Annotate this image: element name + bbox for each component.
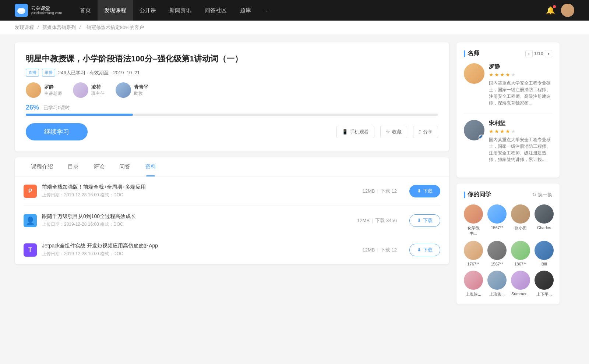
resource-item-2: T Jetpack全组件实战 开发短视频应用高仿皮皮虾App 上传日期：2019… — [24, 235, 440, 264]
avatar[interactable] — [561, 4, 574, 17]
classmate-11: 上下平... — [535, 271, 554, 297]
course-meta: 246人已学习 · 有效期至：2019–10–21 — [58, 69, 140, 76]
download-label-2: 下载 — [423, 247, 433, 253]
tab-resources[interactable]: 资料 — [138, 157, 163, 176]
navigation: 云朵课堂 yunduoketang.com 首页 发现课程 公开课 新闻资讯 问… — [0, 0, 589, 21]
nav-item-home[interactable]: 首页 — [73, 0, 98, 21]
nav-item-questions[interactable]: 题库 — [233, 0, 258, 21]
download-icon-2: ⬇ — [417, 247, 421, 253]
teachers-pagination: ‹ 1/10 › — [525, 50, 552, 57]
instructor-role-2: 助教 — [134, 90, 148, 97]
classmate-8: 上班族... — [464, 271, 483, 297]
teacher-desc-1: 国内某重点大学安全工程专业硕士，国家一级注册消防工程师、注册安全工程师、级注册建… — [489, 136, 552, 163]
classmate-10: Summer... — [511, 271, 530, 297]
refresh-button[interactable]: ↻ 换一换 — [532, 192, 552, 198]
classmate-9: 上班族... — [487, 271, 507, 297]
progress-bar — [26, 114, 438, 116]
classmate-avatar-4 — [464, 241, 483, 260]
resource-info-0: 前端全栈加强版！前端全栈+全周期+多端应用 上传日期：2019-12-28 16… — [42, 184, 357, 198]
classmate-name-11: 上下平... — [536, 292, 552, 297]
share-icon: ⤴ — [419, 129, 421, 135]
classmate-name-5: 1567** — [491, 262, 503, 266]
classmate-avatar-11 — [535, 271, 554, 290]
tab-catalog[interactable]: 目录 — [60, 157, 86, 176]
course-header-card: 明星中教授课，小学阶段语法100分–强化级第1讲动词（一） 直播 录播 246人… — [15, 42, 449, 151]
classmate-5: 1567** — [487, 241, 507, 266]
tabs-header: 课程介绍 目录 评论 问答 资料 — [15, 157, 449, 176]
tab-review[interactable]: 评论 — [86, 157, 112, 176]
mobile-label: 手机观看 — [350, 129, 369, 135]
resource-size-2: 12MB — [363, 247, 375, 253]
download-button-1[interactable]: ⬇ 下载 — [409, 214, 440, 227]
resource-downloads-2: 下载 12 — [381, 247, 397, 253]
instructor-avatar-2 — [116, 82, 131, 98]
teacher-item-0: 罗静 ★ ★ ★ ★ ★ 国内某重点大学安全工程专业硕士，国家一级注册消防工程师… — [464, 63, 552, 106]
teacher-avatar-0 — [464, 63, 484, 84]
bell-icon[interactable]: 🔔 — [546, 6, 555, 15]
teacher-stars-1: ★ ★ ★ ★ ★ — [489, 128, 552, 134]
nav-item-news[interactable]: 新闻资讯 — [163, 0, 198, 21]
instructor-0: 罗静 主讲老师 — [26, 82, 62, 98]
nav-items: 首页 发现课程 公开课 新闻资讯 问答社区 题库 ··· — [73, 0, 546, 21]
teacher-divider — [464, 114, 552, 114]
resource-list: P 前端全栈加强版！前端全栈+全周期+多端应用 上传日期：2019-12-28 … — [15, 176, 449, 264]
main-layout: 明星中教授课，小学阶段语法100分–强化级第1讲动词（一） 直播 录播 246人… — [0, 35, 574, 318]
course-title: 明星中教授课，小学阶段语法100分–强化级第1讲动词（一） — [26, 53, 438, 64]
breadcrumb-series[interactable]: 新媒体营销系列 — [42, 25, 76, 30]
content-area: 明星中教授课，小学阶段语法100分–强化级第1讲动词（一） 直播 录播 246人… — [15, 42, 449, 310]
resource-date-1: 上传日期：2019-12-28 16:00 格式：DOC — [42, 221, 352, 228]
teacher-name-0: 罗静 — [489, 63, 552, 70]
action-row: 继续学习 📱 手机观看 ☆ 收藏 ⤴ 分享 — [26, 123, 438, 140]
page-indicator: 1/10 — [534, 51, 543, 56]
nav-item-discover[interactable]: 发现课程 — [98, 0, 133, 21]
classmate-0: 化学教书... — [464, 204, 483, 236]
instructor-1: 凌荷 班主任 — [73, 82, 105, 98]
continue-button[interactable]: 继续学习 — [26, 123, 88, 140]
classmate-3: Charles — [535, 204, 554, 236]
teachers-title-row: 名师 ‹ 1/10 › — [464, 50, 552, 57]
tag-record: 录播 — [42, 69, 55, 76]
teacher-stars-0: ★ ★ ★ ★ ★ — [489, 72, 552, 78]
tab-intro[interactable]: 课程介绍 — [24, 157, 60, 176]
nav-item-open[interactable]: 公开课 — [133, 0, 163, 21]
classmate-1: 1567** — [487, 204, 507, 236]
classmate-name-10: Summer... — [511, 292, 530, 296]
logo-icon — [15, 4, 28, 17]
mobile-icon: 📱 — [342, 129, 348, 135]
prev-page-button[interactable]: ‹ — [525, 50, 533, 57]
resource-icon-2: T — [24, 243, 37, 257]
teachers-card: 名师 ‹ 1/10 › 罗静 ★ ★ — [456, 42, 560, 178]
star-icon: ☆ — [386, 129, 390, 135]
nav-right: 🔔 — [546, 4, 574, 17]
download-button-2[interactable]: ⬇ 下载 — [409, 244, 440, 256]
download-button-0[interactable]: ⬇ 下载 — [409, 185, 440, 197]
classmate-2: 张小田 — [511, 204, 530, 236]
resource-date-0: 上传日期：2019-12-28 16:00 格式：DOC — [42, 192, 357, 198]
classmates-title: 你的同学 — [468, 191, 491, 199]
mobile-watch-button[interactable]: 📱 手机观看 — [336, 126, 374, 138]
svg-point-2 — [21, 8, 25, 11]
next-page-button[interactable]: › — [545, 50, 552, 57]
nav-item-qa[interactable]: 问答社区 — [198, 0, 233, 21]
classmate-avatar-9 — [487, 271, 507, 290]
sidebar: 名师 ‹ 1/10 › 罗静 ★ ★ — [456, 42, 560, 310]
breadcrumb: 发现课程 / 新媒体营销系列 / 销冠修炼术搞定80%的客户 — [0, 21, 589, 35]
classmate-avatar-7 — [535, 241, 554, 260]
classmate-name-2: 张小田 — [515, 225, 527, 231]
share-button[interactable]: ⤴ 分享 — [413, 126, 438, 138]
logo[interactable]: 云朵课堂 yunduoketang.com — [15, 4, 62, 17]
teacher-name-1: 宋利坚 — [489, 120, 552, 127]
progress-percent: 26% — [26, 104, 39, 111]
classmate-name-4: 1767** — [467, 262, 479, 266]
logo-sub: yunduoketang.com — [31, 11, 62, 15]
instructors: 罗静 主讲老师 凌荷 班主任 青青平 助教 — [26, 82, 438, 98]
instructor-avatar-0 — [26, 82, 41, 98]
breadcrumb-discover[interactable]: 发现课程 — [15, 25, 34, 30]
resource-item-0: P 前端全栈加强版！前端全栈+全周期+多端应用 上传日期：2019-12-28 … — [24, 176, 440, 206]
collect-button[interactable]: ☆ 收藏 — [380, 126, 407, 138]
instructor-2: 青青平 助教 — [116, 82, 148, 98]
tab-qa[interactable]: 问答 — [112, 157, 138, 176]
progress-section: 26% 已学习0课时 — [26, 104, 438, 116]
nav-item-more[interactable]: ··· — [258, 0, 276, 21]
action-buttons: 📱 手机观看 ☆ 收藏 ⤴ 分享 — [336, 126, 438, 138]
